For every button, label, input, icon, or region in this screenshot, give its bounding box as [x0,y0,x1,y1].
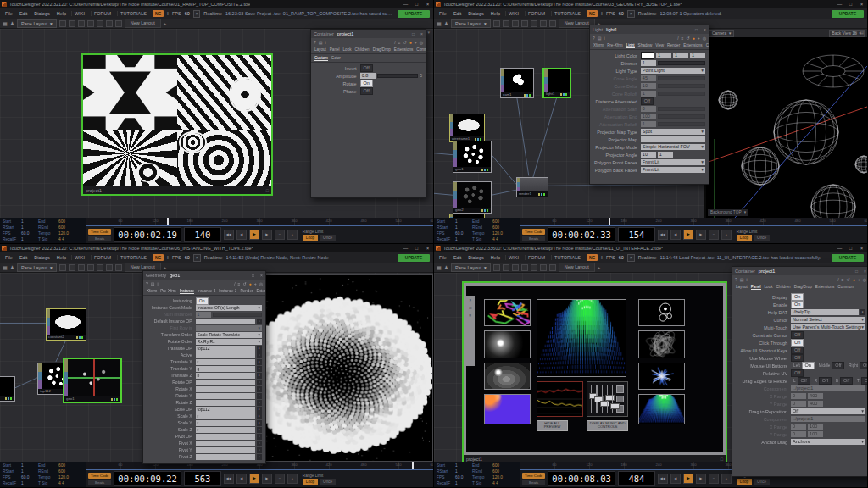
param-widget[interactable]: ▸ [196,434,262,440]
timecode-mode-button[interactable]: Time Code [88,229,111,235]
expand-icon[interactable]: ▸ [257,434,262,440]
slider-rail[interactable] [213,313,262,317]
preview-thumb-blue[interactable] [484,394,531,424]
layout-preset-button[interactable] [540,264,547,271]
toggle-display[interactable]: On [791,293,804,301]
layout-preset-button[interactable] [521,20,528,27]
param-widget[interactable]: Scale Rotate Translate▾ [196,332,262,338]
tab-look[interactable]: Look [765,285,773,289]
play-button[interactable]: ▶ [683,230,693,240]
num-attenuation-rolloff[interactable]: 1 [641,121,656,127]
slider[interactable] [596,385,597,412]
field-default-instance-op[interactable] [196,319,255,324]
beats-mode-button[interactable]: Beats [88,480,111,485]
tl-value-fps[interactable]: 60.0 [455,475,472,481]
step-fwd-button[interactable]: ▶ [696,474,706,484]
param-widget[interactable]: 0.85 [360,73,422,79]
preview-thumb-terrain[interactable] [638,394,685,424]
tl-value-recallf[interactable]: 1 [21,237,38,243]
slider-rail[interactable] [658,122,705,126]
mt-toggle[interactable]: Off [860,362,868,369]
node-cam1[interactable]: cam1 [500,68,534,98]
toggle-constrain-cursor[interactable]: Off [791,331,804,339]
pause-icon[interactable]: ‖ [167,256,169,260]
expand-icon[interactable]: ▸ [257,386,262,392]
layout-preset-button[interactable] [512,264,519,271]
main-3d-terrain[interactable] [537,299,626,378]
expand-icon[interactable]: ▸ [257,366,262,372]
tab-shadow[interactable]: Shadow [638,43,653,47]
slider-rail[interactable] [658,76,705,80]
num-a[interactable]: 0 [791,401,806,407]
field-rotate-z[interactable] [196,400,255,406]
layout-preset-button[interactable] [503,20,509,27]
realtime-checkbox[interactable]: × [627,254,635,262]
expand-icon[interactable]: ▸ [257,454,262,460]
mt-toggle[interactable]: Off [819,377,832,385]
tl-value-tsig[interactable]: 4 4 [492,237,517,243]
tl-value-rstart[interactable]: 1 [21,469,38,475]
num-cone-delta[interactable]: 10 [641,83,656,89]
toggle-allow-ui-shortcut-keys[interactable]: Off [791,347,804,354]
expression-icon[interactable]: / [234,281,235,286]
menu-first-row-is[interactable]: ▾ [196,325,262,331]
field-rotate-op[interactable] [196,380,255,385]
info-icon[interactable]: i [158,281,159,286]
help-icon[interactable]: ? [146,281,148,286]
param-widget[interactable]: ▾ [196,325,262,331]
once-button[interactable]: Once [320,479,336,485]
layout-preset-button[interactable] [97,20,103,27]
tab-extensions[interactable]: Extensions [815,285,834,289]
field-translate-y[interactable]: g [196,366,255,372]
geometry-viewport-pane[interactable]: Camera▾ Back View 1b▾ Background TOP▾ [704,29,867,218]
expand-icon[interactable]: ▸ [257,319,262,324]
layout-preset-button[interactable] [549,20,556,27]
layout-preset-button[interactable] [59,264,66,271]
layout-preset-button[interactable] [115,264,122,271]
field-component[interactable]: ../project1 [791,385,865,391]
dialog-header[interactable]: Lightlight1□× [590,25,709,34]
param-widget[interactable]: Instance OP(s) Length▾ [196,305,262,311]
num-attenuation-end[interactable]: 100 [641,114,656,119]
menu-rotate-order[interactable]: Rx Ry Rz▾ [196,339,262,345]
python-icon[interactable]: ● [693,36,695,41]
realtime-checkbox[interactable]: × [193,254,201,262]
preset-button[interactable] [616,396,624,402]
close-icon[interactable]: × [704,27,706,32]
jump-start-button[interactable]: ◀◀ [224,474,234,484]
layout-preset-button[interactable] [87,20,94,27]
folder-icon[interactable]: ▤ [319,40,323,45]
tab-pre-xfrm[interactable]: Pre-Xfrm [160,289,175,293]
param-widget[interactable]: 0400 [791,393,865,399]
link-wiki[interactable]: WIKI [505,255,521,260]
folder-icon[interactable]: ▤ [598,36,602,41]
tl-value-end[interactable]: 600 [492,463,517,469]
param-widget[interactable]: ▸ [196,454,262,460]
param-widget[interactable]: ▸ [196,447,262,453]
tl-value-start[interactable]: 1 [455,463,472,469]
info-icon[interactable]: i [326,40,326,45]
update-button[interactable]: UPDATE [832,10,864,18]
add-icon[interactable]: + [415,40,417,45]
param-widget[interactable]: Front Lit▾ [641,167,705,173]
param-widget[interactable]: ▸ [196,380,262,385]
node-geo1[interactable]: geo1 [63,358,122,403]
network-editor[interactable]: ×□≡ [434,273,867,462]
expand-icon[interactable]: ▸ [257,359,262,365]
expand-icon[interactable]: ▸ [257,373,262,379]
link-tutorials[interactable]: TUTORIALS [551,255,583,260]
tl-value-start[interactable]: 1 [455,219,472,225]
user-icon[interactable]: ♟ [10,264,14,270]
field-rotate-y[interactable] [196,393,255,399]
timeline-ruler[interactable]: 60120180240300360420480540600 [520,218,867,225]
slider[interactable] [602,385,603,412]
link-wiki[interactable]: WIKI [505,11,521,16]
add-icon[interactable]: + [858,277,860,282]
field-active[interactable] [196,352,255,358]
chop-graph-panel[interactable] [537,381,583,416]
sliders[interactable] [591,385,612,412]
param-widget[interactable]: 0100 [791,431,865,437]
pane-layout-button[interactable]: Pane Layout▾ [451,19,491,28]
expand-icon[interactable]: ▸ [257,352,262,358]
tab-common[interactable]: Common [416,47,426,52]
